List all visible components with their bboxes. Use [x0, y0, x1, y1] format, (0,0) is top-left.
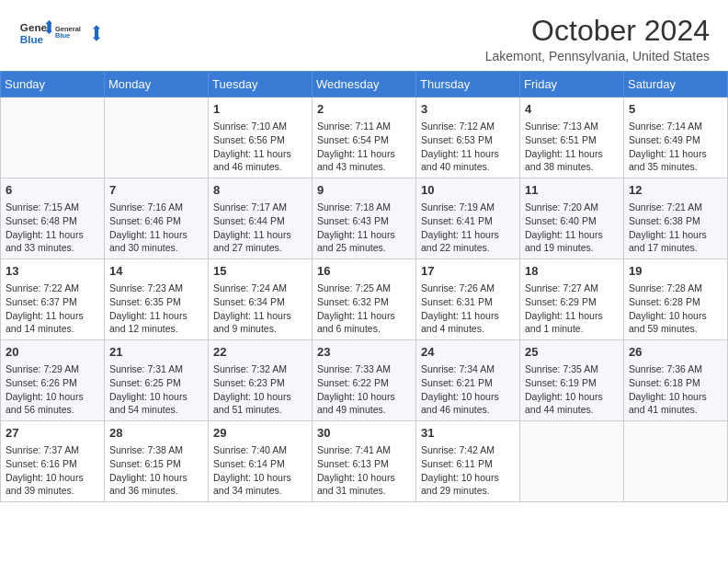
day-header-sunday: Sunday: [1, 72, 105, 98]
daylight-text: Daylight: 10 hours and 34 minutes.: [213, 472, 291, 497]
sunset-text: Sunset: 6:29 PM: [525, 296, 597, 307]
calendar-cell: 21Sunrise: 7:31 AMSunset: 6:25 PMDayligh…: [105, 340, 209, 421]
day-number: 15: [213, 263, 307, 280]
daylight-text: Daylight: 11 hours and 22 minutes.: [421, 229, 499, 254]
calendar-week-row: 20Sunrise: 7:29 AMSunset: 6:26 PMDayligh…: [1, 340, 728, 421]
day-number: 13: [6, 263, 99, 280]
daylight-text: Daylight: 11 hours and 27 minutes.: [213, 229, 291, 254]
calendar-cell: 30Sunrise: 7:41 AMSunset: 6:13 PMDayligh…: [313, 421, 416, 502]
daylight-text: Daylight: 11 hours and 4 minutes.: [421, 310, 499, 335]
sunrise-text: Sunrise: 7:16 AM: [109, 201, 183, 213]
sunrise-text: Sunrise: 7:29 AM: [6, 363, 79, 374]
calendar-cell: [624, 421, 728, 502]
day-number: 16: [317, 263, 411, 280]
logo-icon: General Blue: [18, 17, 51, 50]
sunset-text: Sunset: 6:23 PM: [213, 377, 285, 388]
sunrise-text: Sunrise: 7:27 AM: [525, 282, 598, 293]
daylight-text: Daylight: 10 hours and 46 minutes.: [421, 391, 499, 416]
calendar-cell: [105, 98, 209, 178]
svg-marker-5: [93, 25, 100, 41]
sunset-text: Sunset: 6:43 PM: [317, 215, 389, 226]
calendar-cell: 20Sunrise: 7:29 AMSunset: 6:26 PMDayligh…: [1, 340, 105, 421]
day-number: 20: [6, 344, 99, 361]
day-number: 30: [317, 425, 411, 442]
day-number: 29: [213, 425, 307, 442]
daylight-text: Daylight: 10 hours and 31 minutes.: [317, 472, 395, 497]
sunset-text: Sunset: 6:37 PM: [6, 296, 77, 307]
page-header: General Blue General Blue October 2024 L…: [0, 0, 728, 71]
day-header-friday: Friday: [520, 72, 624, 98]
sunset-text: Sunset: 6:56 PM: [213, 134, 285, 145]
calendar-cell: 26Sunrise: 7:36 AMSunset: 6:18 PMDayligh…: [624, 340, 728, 421]
calendar-cell: 10Sunrise: 7:19 AMSunset: 6:41 PMDayligh…: [416, 178, 520, 259]
calendar-cell: 7Sunrise: 7:16 AMSunset: 6:46 PMDaylight…: [105, 178, 209, 259]
sunrise-text: Sunrise: 7:13 AM: [525, 121, 598, 132]
calendar-cell: 31Sunrise: 7:42 AMSunset: 6:11 PMDayligh…: [416, 421, 520, 502]
sunrise-text: Sunrise: 7:33 AM: [317, 363, 391, 374]
calendar-cell: 22Sunrise: 7:32 AMSunset: 6:23 PMDayligh…: [209, 340, 313, 421]
daylight-text: Daylight: 11 hours and 33 minutes.: [6, 229, 84, 254]
sunset-text: Sunset: 6:32 PM: [317, 296, 389, 307]
sunrise-text: Sunrise: 7:24 AM: [213, 282, 287, 293]
sunrise-text: Sunrise: 7:38 AM: [109, 444, 183, 455]
day-number: 11: [525, 182, 619, 199]
calendar-cell: 4Sunrise: 7:13 AMSunset: 6:51 PMDaylight…: [520, 98, 624, 178]
day-number: 28: [109, 425, 203, 442]
day-number: 10: [421, 182, 515, 199]
calendar-week-row: 6Sunrise: 7:15 AMSunset: 6:48 PMDaylight…: [1, 178, 728, 259]
day-number: 4: [525, 101, 619, 118]
day-number: 12: [629, 182, 722, 199]
calendar-table: SundayMondayTuesdayWednesdayThursdayFrid…: [0, 71, 728, 502]
calendar-week-row: 13Sunrise: 7:22 AMSunset: 6:37 PMDayligh…: [1, 259, 728, 340]
sunset-text: Sunset: 6:15 PM: [109, 458, 181, 469]
day-number: 23: [317, 344, 411, 361]
daylight-text: Daylight: 10 hours and 29 minutes.: [421, 472, 499, 497]
calendar-cell: 19Sunrise: 7:28 AMSunset: 6:28 PMDayligh…: [624, 259, 728, 340]
calendar-cell: 11Sunrise: 7:20 AMSunset: 6:40 PMDayligh…: [520, 178, 624, 259]
sunset-text: Sunset: 6:28 PM: [629, 296, 700, 307]
sunrise-text: Sunrise: 7:35 AM: [525, 363, 598, 374]
sunrise-text: Sunrise: 7:26 AM: [421, 282, 495, 293]
day-number: 18: [525, 263, 619, 280]
calendar-cell: 14Sunrise: 7:23 AMSunset: 6:35 PMDayligh…: [105, 259, 209, 340]
daylight-text: Daylight: 11 hours and 40 minutes.: [421, 148, 499, 173]
sunset-text: Sunset: 6:54 PM: [317, 134, 389, 145]
daylight-text: Daylight: 11 hours and 6 minutes.: [317, 310, 395, 335]
day-number: 22: [213, 344, 307, 361]
daylight-text: Daylight: 11 hours and 46 minutes.: [213, 148, 291, 173]
daylight-text: Daylight: 11 hours and 12 minutes.: [109, 310, 188, 335]
daylight-text: Daylight: 11 hours and 38 minutes.: [525, 148, 603, 173]
calendar-cell: 1Sunrise: 7:10 AMSunset: 6:56 PMDaylight…: [209, 98, 313, 178]
sunset-text: Sunset: 6:18 PM: [629, 377, 700, 388]
subtitle: Lakemont, Pennsylvania, United States: [485, 49, 710, 63]
logo: General Blue General Blue: [18, 15, 101, 52]
sunrise-text: Sunrise: 7:25 AM: [317, 282, 391, 293]
daylight-text: Daylight: 11 hours and 17 minutes.: [629, 229, 707, 254]
calendar-cell: 25Sunrise: 7:35 AMSunset: 6:19 PMDayligh…: [520, 340, 624, 421]
day-number: 14: [109, 263, 203, 280]
sunrise-text: Sunrise: 7:19 AM: [421, 201, 495, 213]
daylight-text: Daylight: 10 hours and 41 minutes.: [629, 391, 707, 416]
daylight-text: Daylight: 11 hours and 25 minutes.: [317, 229, 395, 254]
sunrise-text: Sunrise: 7:28 AM: [629, 282, 702, 293]
sunset-text: Sunset: 6:22 PM: [317, 377, 389, 388]
sunset-text: Sunset: 6:25 PM: [109, 377, 181, 388]
daylight-text: Daylight: 11 hours and 9 minutes.: [213, 310, 291, 335]
sunset-text: Sunset: 6:14 PM: [213, 458, 285, 469]
daylight-text: Daylight: 10 hours and 44 minutes.: [525, 391, 603, 416]
day-number: 1: [213, 101, 307, 118]
svg-text:Blue: Blue: [55, 31, 70, 40]
sunrise-text: Sunrise: 7:23 AM: [109, 282, 183, 293]
sunset-text: Sunset: 6:48 PM: [6, 215, 77, 226]
day-header-thursday: Thursday: [416, 72, 520, 98]
main-title: October 2024: [485, 15, 710, 47]
sunrise-text: Sunrise: 7:37 AM: [6, 444, 79, 455]
sunset-text: Sunset: 6:35 PM: [109, 296, 181, 307]
sunrise-text: Sunrise: 7:12 AM: [421, 121, 495, 132]
sunset-text: Sunset: 6:38 PM: [629, 215, 700, 226]
day-header-tuesday: Tuesday: [209, 72, 313, 98]
sunrise-text: Sunrise: 7:42 AM: [421, 444, 495, 455]
daylight-text: Daylight: 11 hours and 19 minutes.: [525, 229, 603, 254]
day-number: 19: [629, 263, 722, 280]
daylight-text: Daylight: 10 hours and 59 minutes.: [629, 310, 707, 335]
